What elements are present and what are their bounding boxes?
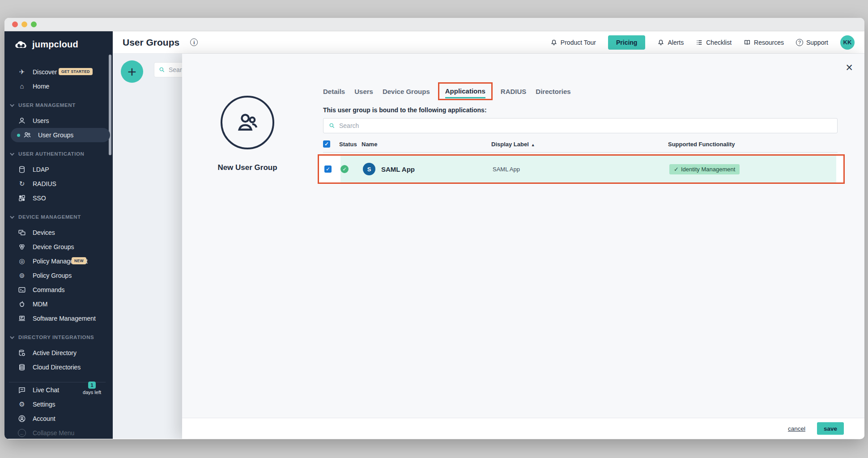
product-tour-button[interactable]: Product Tour: [550, 39, 596, 46]
chat-bubble-icon: [18, 386, 26, 394]
sidebar-section-user-management[interactable]: USER MANAGEMENT: [4, 101, 113, 110]
status-active-icon: ✓: [340, 165, 349, 173]
applications-search-input[interactable]: [339, 122, 832, 129]
trial-days-left: 1 days left: [83, 382, 101, 395]
tab-applications[interactable]: Applications: [445, 83, 485, 98]
checklist-icon: [696, 39, 703, 46]
window-minimize-button[interactable]: [21, 21, 27, 27]
jumpcloud-cloud-icon: [13, 40, 29, 50]
sso-grid-icon: [18, 194, 26, 202]
applications-tab-annotation: Applications: [438, 82, 493, 100]
sidebar-item-sso[interactable]: SSO: [4, 191, 113, 205]
functionality-badge: ✓Identity Management: [669, 164, 740, 174]
gear-icon: ⚙: [18, 400, 26, 408]
chevron-down-icon: [10, 214, 14, 219]
add-user-group-button[interactable]: +: [121, 60, 143, 83]
tab-users[interactable]: Users: [354, 83, 373, 100]
jumpcloud-logo[interactable]: jumpcloud: [4, 31, 113, 52]
policy-target-icon: ◎: [18, 257, 26, 265]
sidebar-item-live-chat[interactable]: Live Chat 1 days left: [4, 383, 113, 397]
support-button[interactable]: ? Support: [796, 39, 828, 46]
sidebar-item-policy-groups[interactable]: ⊚ Policy Groups: [4, 268, 113, 283]
sidebar-item-discover[interactable]: ✈ Discover GET STARTED: [4, 65, 113, 79]
sidebar-item-device-groups[interactable]: Device Groups: [4, 240, 113, 254]
tab-radius[interactable]: RADIUS: [501, 83, 527, 100]
sort-asc-icon: ▲: [531, 143, 535, 147]
table-header: ✓ Status Name Display Label▲ Supported F…: [323, 140, 838, 153]
sidebar-item-active-directory[interactable]: Active Directory: [4, 346, 113, 360]
info-icon[interactable]: i: [190, 38, 198, 46]
user-group-icon: [23, 131, 31, 139]
user-group-panel: × New User Group Details Users Device Gr…: [182, 54, 864, 439]
megaphone-icon: [550, 39, 557, 46]
sidebar-item-radius[interactable]: ↻ RADIUS: [4, 177, 113, 191]
sidebar-item-user-groups[interactable]: User Groups: [11, 128, 110, 142]
logo-text: jumpcloud: [32, 39, 78, 50]
select-all-checkbox[interactable]: ✓: [323, 140, 330, 148]
sidebar-item-settings[interactable]: ⚙ Settings: [4, 397, 113, 411]
check-icon: ✓: [674, 166, 679, 173]
close-icon[interactable]: ×: [846, 62, 853, 74]
sidebar-item-ldap[interactable]: LDAP: [4, 162, 113, 177]
column-supported-functionality: Supported Functionality: [668, 141, 838, 148]
bound-applications-text: This user group is bound to the followin…: [323, 106, 838, 114]
sidebar-section-user-authentication[interactable]: USER AUTHENTICATION: [4, 149, 113, 158]
window-titlebar: [4, 18, 864, 31]
pricing-button[interactable]: Pricing: [608, 35, 645, 50]
user-group-avatar: [221, 96, 274, 149]
search-icon: [329, 123, 335, 129]
main-area: User Groups i Product Tour Pricing Alert…: [113, 31, 864, 439]
save-button[interactable]: save: [817, 422, 844, 435]
active-directory-icon: [18, 349, 26, 357]
tab-device-groups[interactable]: Device Groups: [383, 83, 430, 100]
radius-icon: ↻: [18, 180, 26, 188]
chevron-down-icon: [10, 151, 14, 156]
sidebar-section-device-management[interactable]: DEVICE MANAGEMENT: [4, 212, 113, 221]
window-close-button[interactable]: [12, 21, 18, 27]
active-dot: [17, 134, 20, 137]
content-area: + Search × New User Group Details: [113, 54, 864, 439]
sidebar-item-users[interactable]: Users: [4, 114, 113, 128]
tab-directories[interactable]: Directories: [536, 83, 570, 100]
tab-details[interactable]: Details: [323, 83, 345, 100]
page-title: User Groups: [123, 37, 179, 48]
question-icon: ?: [796, 39, 803, 46]
sidebar-item-collapse-menu[interactable]: ← Collapse Menu: [4, 426, 113, 439]
rocket-icon: ✈: [18, 68, 26, 76]
laptop-icon: [18, 314, 26, 322]
column-display-label[interactable]: Display Label▲: [491, 141, 668, 148]
row-checkbox[interactable]: ✓: [324, 165, 332, 173]
home-icon: ⌂: [18, 82, 26, 90]
app-display-label: SAML App: [493, 156, 669, 182]
checklist-button[interactable]: Checklist: [696, 39, 732, 46]
sidebar-item-mdm[interactable]: MDM: [4, 297, 113, 311]
user-avatar[interactable]: KK: [840, 35, 855, 50]
sidebar-item-devices[interactable]: Devices: [4, 225, 113, 240]
device-group-icon: [18, 243, 26, 251]
new-badge: NEW: [72, 257, 86, 264]
sidebar-item-home[interactable]: ⌂ Home: [4, 79, 113, 93]
search-icon: [159, 67, 165, 73]
sidebar-item-account[interactable]: Account: [4, 411, 113, 426]
app-name: SAML App: [381, 165, 415, 173]
sidebar-item-cloud-directories[interactable]: Cloud Directories: [4, 360, 113, 374]
sidebar-item-policy-management[interactable]: ◎ Policy Management NEW: [4, 254, 113, 268]
apple-mdm-icon: [18, 300, 26, 308]
panel-tabs: Details Users Device Groups Applications…: [323, 82, 838, 100]
cancel-button[interactable]: cancel: [788, 425, 805, 432]
chevron-down-icon: [10, 102, 14, 107]
resources-button[interactable]: Resources: [744, 39, 784, 46]
collapse-arrow-icon: ←: [18, 429, 26, 437]
alerts-button[interactable]: Alerts: [657, 39, 684, 46]
window-zoom-button[interactable]: [31, 21, 37, 27]
sidebar-item-commands[interactable]: Commands: [4, 283, 113, 297]
book-icon: [744, 39, 751, 46]
account-icon: [18, 415, 26, 423]
saml-row-annotation: ✓ ✓ S SAML App SAML App ✓Identity Manage…: [318, 154, 845, 184]
table-row[interactable]: ✓ ✓ S SAML App SAML App ✓Identity Manage…: [319, 156, 843, 182]
sidebar: jumpcloud ✈ Discover GET STARTED ⌂ Home …: [4, 31, 113, 439]
user-group-icon: [234, 110, 260, 136]
sidebar-item-software-management[interactable]: Software Management: [4, 311, 113, 326]
panel-footer: cancel save: [182, 418, 864, 439]
sidebar-section-directory-integrations[interactable]: DIRECTORY INTEGRATIONS: [4, 333, 113, 342]
